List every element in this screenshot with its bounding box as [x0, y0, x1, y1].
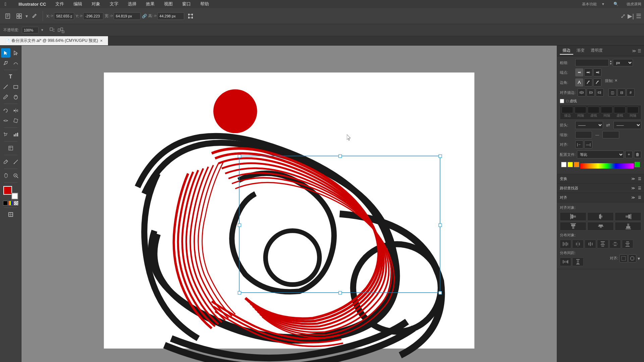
- config-delete-btn[interactable]: 🗑: [634, 151, 641, 158]
- foreground-color[interactable]: [3, 186, 12, 195]
- search-icon[interactable]: 🔍: [613, 2, 619, 6]
- swatch-orange[interactable]: [574, 162, 579, 167]
- arrow-align-1[interactable]: |←: [575, 140, 583, 148]
- miter-join-btn[interactable]: [575, 78, 583, 86]
- y-input[interactable]: [83, 12, 103, 20]
- stroke-dash-input-3[interactable]: [614, 107, 626, 113]
- transform-tool-btn[interactable]: [185, 12, 196, 20]
- dist-h-space-btn[interactable]: [560, 257, 571, 266]
- transform-expand-icon[interactable]: ≫: [631, 177, 635, 181]
- gradient-box[interactable]: [8, 201, 13, 205]
- y-arrows[interactable]: ⟳: [80, 14, 83, 18]
- align-top-btn[interactable]: [560, 222, 586, 231]
- hamburger-icon[interactable]: ☰: [636, 12, 641, 20]
- dist-vcenter-btn[interactable]: [609, 240, 621, 248]
- panel-expand-btn[interactable]: ≫: [632, 49, 636, 53]
- dist-left-btn[interactable]: [560, 240, 571, 248]
- height-arrows[interactable]: ⟳: [154, 14, 157, 18]
- menu-edit[interactable]: 编辑: [71, 0, 84, 8]
- select-similar-icon[interactable]: [57, 26, 65, 34]
- fill-box[interactable]: [3, 201, 8, 205]
- rectangle-tool[interactable]: [11, 82, 20, 92]
- panel-menu-btn[interactable]: ☰: [638, 49, 641, 53]
- pathfinder-menu-icon[interactable]: ☰: [638, 186, 641, 190]
- measure-tool[interactable]: [11, 157, 20, 167]
- align-bottom-btn[interactable]: [615, 222, 641, 231]
- graph-tool[interactable]: [11, 130, 20, 139]
- menu-help[interactable]: 帮助: [198, 0, 211, 8]
- tab-close-btn[interactable]: ✕: [100, 39, 103, 43]
- none-box[interactable]: [14, 201, 18, 205]
- swap-arrows-btn[interactable]: ⇄: [605, 122, 611, 128]
- pathfinder-section-header[interactable]: 路径查找器 ≫ ☰: [557, 184, 644, 193]
- artboard-tool[interactable]: [6, 143, 15, 153]
- outside-align-btn[interactable]: [596, 88, 604, 97]
- draw-modes[interactable]: [6, 210, 15, 219]
- menu-view[interactable]: 视图: [162, 0, 175, 8]
- x-input[interactable]: [54, 12, 74, 20]
- transform-menu-icon[interactable]: ☰: [638, 177, 641, 181]
- active-document-tab[interactable]: 📄 春分演示文件.ai* @ 998.64% (CMYK/GPU 预览) ✕: [0, 36, 108, 45]
- pen-tool[interactable]: [1, 58, 10, 68]
- stroke-width-unit[interactable]: px pt mm: [613, 59, 633, 66]
- grid-view-btn[interactable]: [14, 12, 24, 20]
- dist-hcenter-btn[interactable]: [572, 240, 584, 248]
- gap-input-2[interactable]: [601, 107, 612, 113]
- config-add-btn[interactable]: +: [625, 151, 633, 158]
- gap-input-1[interactable]: [575, 107, 586, 113]
- align-extra-1[interactable]: ◫: [608, 88, 616, 97]
- width-tool[interactable]: [1, 116, 10, 125]
- menu-file[interactable]: 文件: [53, 0, 66, 8]
- dashes-checkbox[interactable]: [560, 99, 564, 103]
- apple-menu[interactable]: : [3, 1, 8, 7]
- round-cap-btn[interactable]: [584, 68, 592, 76]
- dist-top-btn[interactable]: [597, 240, 608, 248]
- swatch-green[interactable]: [635, 162, 640, 167]
- align-v-center-btn[interactable]: [587, 222, 614, 231]
- zoom-tool[interactable]: [11, 171, 20, 180]
- transparency-tab[interactable]: 透明度: [588, 47, 605, 55]
- expand-icon[interactable]: ⤢: [621, 12, 626, 20]
- mirror-tool[interactable]: [11, 106, 20, 115]
- artwork-canvas[interactable]: [21, 46, 557, 362]
- stroke-width-input[interactable]: [575, 59, 609, 66]
- type-tool[interactable]: T: [6, 72, 15, 81]
- background-color[interactable]: [11, 193, 18, 199]
- dropdown-arrow-icon[interactable]: ▾: [25, 13, 28, 19]
- limit-x-btn[interactable]: ✕: [614, 78, 618, 86]
- opacity-input[interactable]: [22, 27, 39, 34]
- scale-end-input[interactable]: [602, 131, 619, 138]
- swatch-white[interactable]: [561, 162, 567, 167]
- blob-brush-tool[interactable]: [11, 92, 20, 102]
- round-join-btn[interactable]: [584, 78, 592, 86]
- rotate-tool[interactable]: [1, 106, 10, 115]
- menu-effects[interactable]: 效果: [144, 0, 157, 8]
- projecting-cap-btn[interactable]: [593, 68, 601, 76]
- center-align-btn[interactable]: [578, 88, 586, 97]
- width-arrows[interactable]: ⟳: [110, 14, 113, 18]
- align-to-artboard-btn[interactable]: [628, 254, 636, 262]
- arrow-end-select[interactable]: ——: [613, 121, 641, 129]
- gap-input-3[interactable]: [627, 107, 639, 113]
- bevel-join-btn[interactable]: [593, 78, 601, 86]
- arrow-start-select[interactable]: ——: [575, 121, 603, 129]
- hand-tool[interactable]: [1, 171, 10, 180]
- butt-cap-btn[interactable]: [575, 68, 583, 76]
- scale-start-input[interactable]: [575, 131, 592, 138]
- menu-window[interactable]: 窗口: [180, 0, 193, 8]
- line-tool[interactable]: [1, 82, 10, 92]
- align-to-selection-btn[interactable]: [620, 254, 628, 262]
- swatch-yellow[interactable]: [568, 162, 573, 167]
- opacity-arrow[interactable]: ▾: [41, 28, 43, 32]
- align-left-btn[interactable]: [560, 212, 586, 221]
- pencil-tool[interactable]: [1, 92, 10, 102]
- link-chain-icon[interactable]: 🔗: [142, 14, 147, 18]
- align-expand-icon[interactable]: ≫: [631, 195, 635, 200]
- stroke-tab[interactable]: 描边: [560, 47, 573, 55]
- align-menu-icon[interactable]: ☰: [638, 195, 641, 200]
- color-gradient[interactable]: [580, 163, 634, 169]
- new-doc-btn[interactable]: [3, 12, 13, 20]
- dist-bottom-btn[interactable]: [622, 240, 633, 248]
- dist-right-btn[interactable]: [585, 240, 596, 248]
- menu-text[interactable]: 文字: [108, 0, 120, 8]
